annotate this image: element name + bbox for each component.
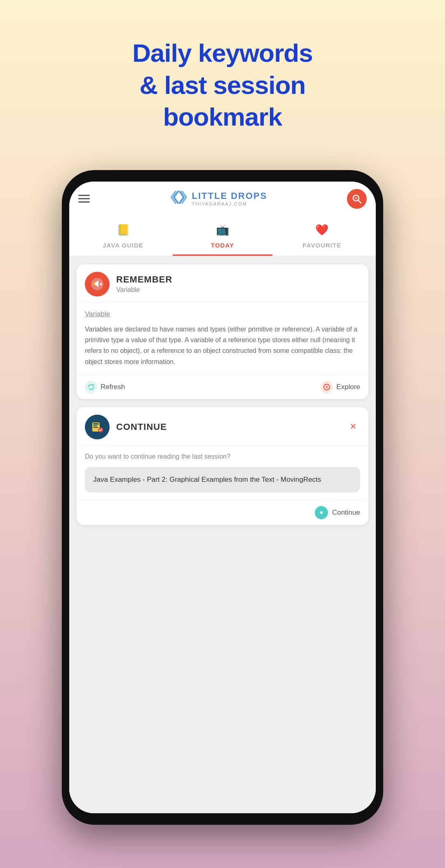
- app-header: LITTLE DROPS THIYAGARAAJ.COM: [69, 182, 376, 216]
- continue-card-body: Do you want to continue reading the last…: [77, 446, 368, 500]
- continue-card: CONTINUE × Do you want to continue readi…: [77, 407, 368, 525]
- today-icon: 📺: [213, 221, 232, 239]
- refresh-button[interactable]: Refresh: [85, 381, 125, 393]
- svg-rect-11: [93, 427, 98, 428]
- app-content: REMEMBER Variable Variable Variables are…: [69, 256, 376, 813]
- svg-rect-9: [93, 423, 99, 425]
- refresh-icon: [85, 381, 97, 393]
- logo-name: LITTLE DROPS: [192, 191, 267, 201]
- tab-favourite-label: FAVOURITE: [302, 242, 341, 249]
- tab-today[interactable]: 📺 TODAY: [173, 221, 272, 256]
- svg-rect-10: [93, 425, 97, 426]
- remember-subtitle: Variable: [116, 286, 172, 294]
- continue-button[interactable]: Continue: [315, 506, 360, 519]
- nav-tabs: 📒 JAVA GUIDE 📺 TODAY ❤️ FAVOURITE: [69, 216, 376, 256]
- tab-java-guide-label: JAVA GUIDE: [103, 242, 143, 249]
- remember-card-body: Variable Variables are declared to have …: [77, 303, 368, 375]
- explore-icon: [321, 381, 333, 393]
- refresh-label: Refresh: [101, 383, 125, 391]
- search-button[interactable]: [347, 189, 367, 209]
- session-title: Java Examples - Part 2: Graphical Exampl…: [93, 476, 321, 483]
- continue-label: Continue: [332, 509, 360, 517]
- continue-button-icon: [315, 506, 328, 519]
- remember-card-header-text: REMEMBER Variable: [116, 274, 172, 294]
- remember-card-header: REMEMBER Variable: [77, 264, 368, 303]
- favourite-icon: ❤️: [313, 221, 331, 239]
- page-title: Daily keywords & last session bookmark: [132, 37, 312, 133]
- continue-prompt: Do you want to continue reading the last…: [85, 453, 360, 460]
- menu-button[interactable]: [78, 195, 90, 203]
- session-title-box: Java Examples - Part 2: Graphical Exampl…: [85, 467, 360, 492]
- variable-link[interactable]: Variable: [85, 310, 360, 318]
- logo-sub: THIYAGARAAJ.COM: [192, 201, 267, 206]
- logo-icon: [170, 190, 188, 208]
- remember-description: Variables are declared to have names and…: [85, 324, 360, 368]
- svg-point-15: [321, 512, 322, 513]
- remember-title: REMEMBER: [116, 274, 172, 285]
- continue-title: CONTINUE: [116, 422, 167, 432]
- svg-point-4: [100, 283, 102, 285]
- close-button[interactable]: ×: [345, 418, 361, 434]
- remember-card-footer: Refresh Explore: [77, 375, 368, 399]
- tab-favourite[interactable]: ❤️ FAVOURITE: [272, 221, 372, 256]
- svg-point-2: [355, 197, 357, 199]
- remember-card: REMEMBER Variable Variable Variables are…: [77, 264, 368, 399]
- remember-icon: [85, 272, 110, 296]
- explore-button[interactable]: Explore: [321, 381, 360, 393]
- explore-label: Explore: [336, 383, 360, 391]
- tab-java-guide[interactable]: 📒 JAVA GUIDE: [73, 221, 173, 256]
- continue-card-header: CONTINUE ×: [77, 407, 368, 446]
- continue-card-icon: [85, 415, 110, 439]
- phone-screen: LITTLE DROPS THIYAGARAAJ.COM 📒 JAVA GUID…: [69, 182, 376, 813]
- phone-frame: LITTLE DROPS THIYAGARAAJ.COM 📒 JAVA GUID…: [62, 170, 383, 825]
- logo-area: LITTLE DROPS THIYAGARAAJ.COM: [170, 190, 267, 208]
- java-guide-icon: 📒: [114, 221, 132, 239]
- logo-text: LITTLE DROPS THIYAGARAAJ.COM: [192, 191, 267, 206]
- tab-today-label: TODAY: [211, 242, 234, 249]
- continue-card-footer: Continue: [77, 500, 368, 525]
- svg-point-7: [326, 387, 328, 388]
- svg-line-1: [358, 200, 361, 203]
